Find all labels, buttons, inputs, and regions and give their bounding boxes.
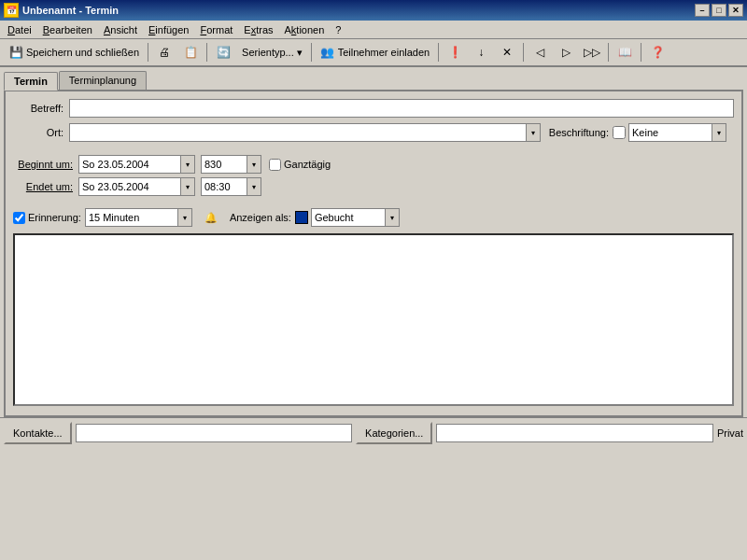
teilnehmer-icon: 👥 <box>320 45 335 60</box>
refresh-icon: 🔄 <box>216 45 231 60</box>
tab-terminplanung[interactable]: Terminplanung <box>59 71 147 90</box>
save-close-label: Speichern und schließen <box>26 47 139 58</box>
minimize-button[interactable]: – <box>695 4 710 17</box>
separator-5 <box>523 43 524 62</box>
menu-format[interactable]: Format <box>194 22 238 37</box>
begins-time-input[interactable] <box>201 155 247 174</box>
ends-time-arrow[interactable]: ▾ <box>247 177 261 196</box>
tab-termin[interactable]: Termin <box>4 72 58 91</box>
menu-bearbeiten[interactable]: Bearbeiten <box>37 22 98 37</box>
maximize-button[interactable]: □ <box>712 4 726 17</box>
clipboard-icon: 📋 <box>183 45 198 60</box>
beschriftung-checkbox[interactable] <box>613 126 626 139</box>
alert-button[interactable]: ❗ <box>443 41 467 63</box>
anzeigen-arrow[interactable]: ▾ <box>385 208 400 227</box>
separator-2 <box>206 43 207 62</box>
addressbook-icon: 📖 <box>617 45 632 60</box>
location-combo-wrapper: ▾ <box>69 123 542 142</box>
beschriftung-combo-wrapper: ▾ <box>613 123 734 142</box>
close-button[interactable]: ✕ <box>728 4 743 17</box>
reminder-row: Erinnerung: ▾ 🔔 Anzeigen als: ▾ <box>13 207 734 228</box>
clipboard-button[interactable]: 📋 <box>178 41 203 63</box>
ends-date-arrow[interactable]: ▾ <box>180 177 195 196</box>
menu-aktionen[interactable]: Aktionen <box>279 22 331 37</box>
separator-7 <box>641 43 641 62</box>
ends-time-input[interactable] <box>201 177 247 196</box>
begins-label: Beginnt um: <box>13 159 78 170</box>
app-icon: 📅 <box>4 3 19 18</box>
location-input[interactable] <box>69 123 527 142</box>
serientyp-label: Serientyp... <box>242 47 294 58</box>
toolbar: 💾 Speichern und schließen 🖨 📋 🔄 Serienty… <box>0 39 747 67</box>
kategorien-button[interactable]: Kategorien... <box>356 422 432 444</box>
tab-content: Betreff: Ort: ▾ Beschriftung: ▾ Beginnt … <box>4 90 743 417</box>
menu-ansicht[interactable]: Ansicht <box>98 22 143 37</box>
begins-date-wrapper: ▾ <box>78 155 195 174</box>
refresh-button[interactable]: 🔄 <box>211 41 235 63</box>
notes-textarea[interactable] <box>13 233 734 406</box>
menu-einfuegen[interactable]: Einfügen <box>143 22 194 37</box>
erinnerung-checkbox[interactable] <box>13 212 25 224</box>
down-icon: ↓ <box>473 45 488 60</box>
location-dropdown-arrow[interactable]: ▾ <box>526 123 541 142</box>
delete-button[interactable]: ✕ <box>495 41 519 63</box>
serientyp-button[interactable]: Serientyp... ▾ <box>237 41 307 63</box>
alert-icon: ❗ <box>447 45 462 60</box>
privat-label: Privat <box>717 427 743 439</box>
erinnerung-arrow[interactable]: ▾ <box>177 208 192 227</box>
begins-date-input[interactable] <box>78 155 181 174</box>
kontakte-button[interactable]: Kontakte... <box>4 422 72 444</box>
down-button[interactable]: ↓ <box>469 41 493 63</box>
ganztaegig-label: Ganztägig <box>284 159 331 170</box>
teilnehmer-button[interactable]: 👥 Teilnehmer einladen <box>316 41 434 63</box>
subject-row: Betreff: <box>13 99 734 118</box>
save-close-button[interactable]: 💾 Speichern und schließen <box>4 41 144 63</box>
notes-container <box>13 233 734 408</box>
begins-time-wrapper: ▾ <box>201 155 261 174</box>
save-icon: 💾 <box>8 45 23 60</box>
bottom-bar: Kontakte... Kategorien... Privat <box>0 417 747 447</box>
print-icon: 🖨 <box>157 45 172 60</box>
forward-button[interactable]: ▷ <box>554 41 578 63</box>
separator-6 <box>608 43 609 62</box>
kategorien-input[interactable] <box>436 424 712 442</box>
begins-time-arrow[interactable]: ▾ <box>247 155 261 174</box>
ends-row: Endet um: ▾ ▾ <box>13 177 734 196</box>
teilnehmer-label: Teilnehmer einladen <box>338 47 430 58</box>
bell-button[interactable]: 🔔 <box>200 207 222 228</box>
separator-3 <box>311 43 312 62</box>
delete-icon: ✕ <box>500 45 514 60</box>
anzeigen-input[interactable] <box>311 208 386 227</box>
menu-bar: Datei Bearbeiten Ansicht Einfügen Format… <box>0 21 747 39</box>
subject-input[interactable] <box>69 99 734 118</box>
beschriftung-input[interactable] <box>628 123 712 142</box>
beschriftung-dropdown-arrow[interactable]: ▾ <box>712 123 726 142</box>
ends-time-wrapper: ▾ <box>201 177 261 196</box>
erinnerung-input[interactable] <box>85 208 178 227</box>
ends-label: Endet um: <box>13 181 78 192</box>
forward2-button[interactable]: ▷▷ <box>580 41 604 63</box>
ganztaegig-area: Ganztägig <box>269 159 331 171</box>
begins-row: Beginnt um: ▾ ▾ Ganztägig <box>13 155 734 174</box>
erinnerung-combo-wrapper: ▾ <box>85 208 192 227</box>
help-button[interactable]: ❓ <box>645 41 669 63</box>
begins-date-arrow[interactable]: ▾ <box>180 155 195 174</box>
print-button[interactable]: 🖨 <box>152 41 176 63</box>
menu-extras[interactable]: Extras <box>238 22 278 37</box>
title-buttons: – □ ✕ <box>695 4 743 17</box>
ends-date-input[interactable] <box>78 177 181 196</box>
menu-datei[interactable]: Datei <box>2 22 37 37</box>
erinnerung-label: Erinnerung: <box>28 212 81 223</box>
addressbook-button[interactable]: 📖 <box>613 41 637 63</box>
separator-1 <box>148 43 148 62</box>
help-icon: ❓ <box>650 45 665 60</box>
menu-help[interactable]: ? <box>330 22 346 37</box>
location-row: Ort: ▾ Beschriftung: ▾ <box>13 123 734 142</box>
beschriftung-label: Beschriftung: <box>542 127 613 138</box>
back-button[interactable]: ◁ <box>528 41 552 63</box>
kontakte-input[interactable] <box>76 424 352 442</box>
ends-date-wrapper: ▾ <box>78 177 195 196</box>
serientyp-arrow: ▾ <box>297 47 303 59</box>
separator-4 <box>438 43 439 62</box>
ganztaegig-checkbox[interactable] <box>269 159 281 171</box>
